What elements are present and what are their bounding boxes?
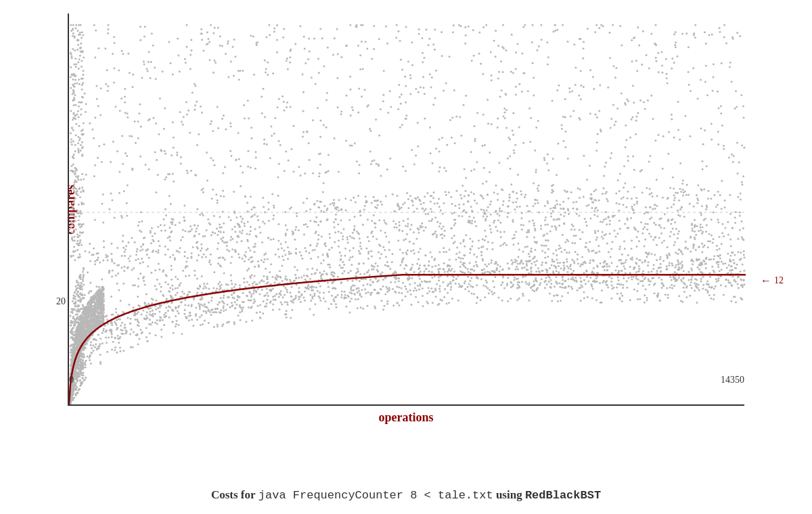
curve-value: 12: [774, 275, 784, 286]
caption-using: using: [496, 488, 522, 501]
chart-container: compares 20 0 14350 ← 12 operations: [41, 7, 771, 440]
x-axis-label: operations: [379, 411, 434, 425]
caption-costs-for: Costs for: [211, 488, 256, 501]
caption-structure: RedBlackBST: [525, 489, 601, 502]
x-tick-max: 14350: [721, 375, 744, 386]
curve-value-label: ← 12: [761, 275, 784, 287]
chart-area: 20 0 14350 ← 12: [68, 14, 744, 406]
caption-program: java FrequencyCounter 8 < tale.txt: [258, 489, 493, 502]
scatter-plot-canvas: [69, 14, 746, 406]
chart-caption: Costs for java FrequencyCounter 8 < tale…: [0, 488, 812, 502]
x-tick-0: 0: [69, 375, 74, 386]
arrow-left-icon: ←: [761, 275, 771, 287]
y-tick-20: 20: [56, 296, 66, 307]
